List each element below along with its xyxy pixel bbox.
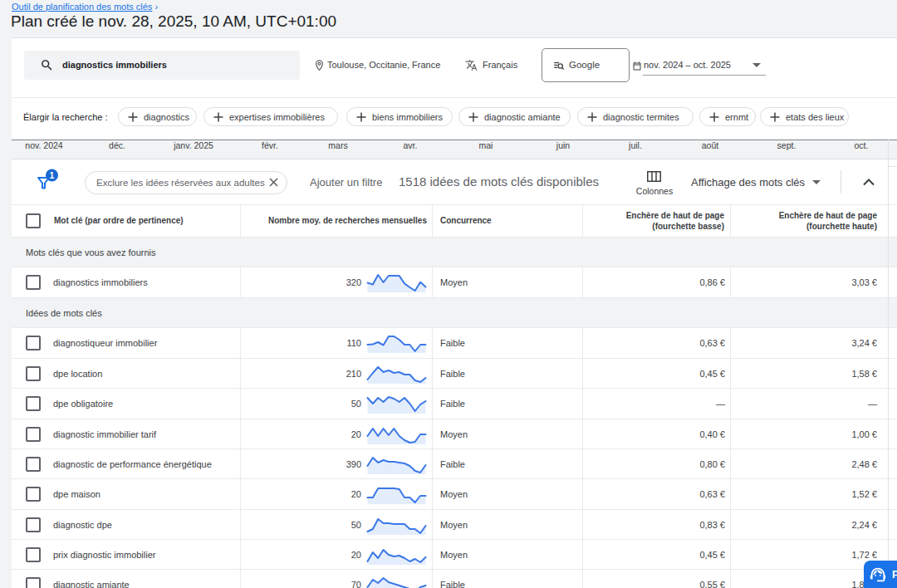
svg-text:1: 1 — [50, 170, 55, 180]
